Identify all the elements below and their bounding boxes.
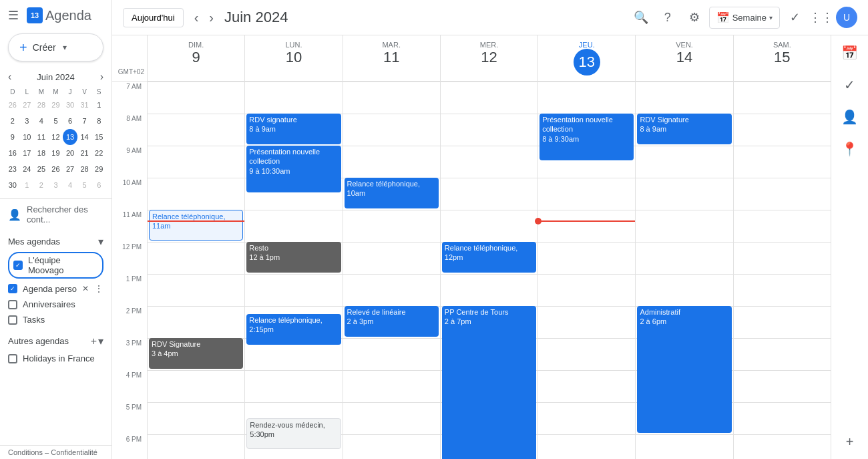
- mini-cal-day[interactable]: 2: [34, 177, 49, 193]
- search-icon[interactable]: 🔍: [629, 5, 653, 29]
- my-calendars-header[interactable]: Mes agendas ▾: [8, 235, 103, 248]
- day-header-14[interactable]: VEN.14: [635, 35, 732, 81]
- day-column-2[interactable]: Relance téléphonique, 10amRelevé de liné…: [343, 82, 440, 459]
- mini-cal-day[interactable]: 6: [63, 113, 77, 129]
- search-contacts[interactable]: 👤 Rechercher des cont...: [0, 198, 112, 230]
- mini-cal-prev[interactable]: ‹: [5, 69, 14, 84]
- mini-cal-day[interactable]: 15: [91, 129, 106, 145]
- help-icon[interactable]: ?: [656, 5, 680, 29]
- apps-icon[interactable]: ⋮⋮: [809, 5, 833, 29]
- calendar-event[interactable]: Relance téléphonique, 10am: [345, 178, 439, 208]
- right-add-icon[interactable]: +: [838, 430, 862, 454]
- calendar-event[interactable]: RDV Signature 8 à 9am: [637, 114, 731, 144]
- mini-cal-day[interactable]: 5: [49, 113, 63, 129]
- mini-cal-day[interactable]: 29: [49, 97, 63, 113]
- mini-cal-day[interactable]: 27: [20, 97, 35, 113]
- mini-cal-day[interactable]: 1: [91, 97, 106, 113]
- mini-cal-day[interactable]: 20: [63, 145, 77, 161]
- settings-icon[interactable]: ⚙: [682, 5, 706, 29]
- mini-cal-day[interactable]: 3: [49, 177, 63, 193]
- tasks-view-icon[interactable]: ✓: [783, 5, 807, 29]
- day-column-1[interactable]: RDV signature 8 à 9amPrésentation nouvel…: [244, 82, 342, 459]
- day-column-4[interactable]: Présentation nouvelle collection 8 à 9:3…: [537, 82, 635, 459]
- mini-cal-next[interactable]: ›: [97, 69, 106, 84]
- day-header-13[interactable]: JEU.13: [537, 35, 635, 81]
- right-map-icon[interactable]: 📍: [838, 137, 862, 161]
- calendar-event[interactable]: RDV Signature 3 à 4pm: [149, 338, 243, 369]
- mini-cal-day[interactable]: 17: [20, 145, 35, 161]
- mini-cal-day[interactable]: 4: [34, 113, 49, 129]
- day-header-9[interactable]: DIM.9: [147, 35, 244, 81]
- right-calendar-icon[interactable]: 📅: [838, 41, 862, 65]
- mini-cal-day[interactable]: 14: [77, 129, 92, 145]
- add-calendar-icon[interactable]: +: [91, 335, 97, 347]
- view-selector[interactable]: 📅 Semaine ▾: [709, 7, 780, 29]
- calendar-event[interactable]: Administratif 2 à 6pm: [637, 306, 731, 433]
- cal-item-anniversaires[interactable]: Anniversaires: [8, 297, 103, 311]
- mini-cal-day[interactable]: 22: [91, 145, 106, 161]
- mini-cal-day[interactable]: 25: [34, 161, 49, 177]
- nav-next-button[interactable]: ›: [204, 7, 219, 28]
- calendar-event[interactable]: Relance téléphonique, 11am: [149, 210, 243, 241]
- mini-cal-day[interactable]: 16: [5, 145, 20, 161]
- mini-cal-day[interactable]: 3: [20, 113, 35, 129]
- day-header-11[interactable]: MAR.11: [343, 35, 440, 81]
- calendar-event[interactable]: Rendez-vous médecin, 5:30pm: [246, 418, 341, 449]
- day-header-10[interactable]: LUN.10: [244, 35, 342, 81]
- mini-cal-day[interactable]: 18: [34, 145, 49, 161]
- calendar-event[interactable]: Présentation nouvelle collection 8 à 9:3…: [539, 114, 634, 160]
- day-column-6[interactable]: [733, 82, 831, 459]
- today-button[interactable]: Aujourd'hui: [123, 8, 184, 27]
- calendar-event[interactable]: Relance téléphonique, 12pm: [442, 242, 536, 273]
- cal-item-tasks[interactable]: Tasks: [8, 313, 103, 327]
- mini-cal-day[interactable]: 9: [5, 129, 20, 145]
- calendar-event[interactable]: PP Centre de Tours 2 à 7pm: [442, 306, 536, 459]
- mini-cal-day[interactable]: 30: [5, 177, 20, 193]
- mini-cal-day[interactable]: 29: [91, 161, 106, 177]
- calendar-event[interactable]: Resto 12 à 1pm: [246, 242, 341, 273]
- mini-cal-day[interactable]: 11: [34, 129, 49, 145]
- mini-cal-day[interactable]: 13: [63, 129, 77, 145]
- calendar-event[interactable]: Présentation nouvelle collection 9 à 10:…: [246, 146, 341, 192]
- mini-cal-day[interactable]: 10: [20, 129, 35, 145]
- mini-cal-day[interactable]: 8: [91, 113, 106, 129]
- mini-cal-day[interactable]: 31: [77, 97, 92, 113]
- mini-cal-day[interactable]: 12: [49, 129, 63, 145]
- day-header-12[interactable]: MER.12: [440, 35, 537, 81]
- mini-cal-day[interactable]: 4: [63, 177, 77, 193]
- cal-item-leequipe[interactable]: ✓ L'équipe Moovago: [8, 252, 103, 279]
- mini-cal-day[interactable]: 21: [77, 145, 92, 161]
- mini-cal-day[interactable]: 24: [20, 161, 35, 177]
- footer-conditions[interactable]: Conditions: [8, 448, 43, 456]
- mini-cal-day[interactable]: 28: [77, 161, 92, 177]
- nav-prev-button[interactable]: ‹: [189, 7, 204, 28]
- calendar-event[interactable]: Relance téléphonique, 2:15pm: [246, 314, 341, 345]
- mini-cal-day[interactable]: 19: [49, 145, 63, 161]
- hamburger-icon[interactable]: ☰: [5, 5, 21, 25]
- mini-cal-day[interactable]: 26: [49, 161, 63, 177]
- day-column-5[interactable]: RDV Signature 8 à 9amAdministratif 2 à 6…: [635, 82, 732, 459]
- mini-cal-day[interactable]: 1: [20, 177, 35, 193]
- mini-cal-day[interactable]: 5: [77, 177, 92, 193]
- calendar-event[interactable]: RDV signature 8 à 9am: [246, 114, 341, 144]
- right-tasks-icon[interactable]: ✓: [838, 73, 862, 97]
- cal-item-perso[interactable]: ✓ Agenda perso ✕ ⋮: [8, 281, 103, 296]
- footer-confidentialite[interactable]: Confidentialité: [51, 448, 97, 456]
- mini-cal-day[interactable]: 6: [91, 177, 106, 193]
- right-contacts-icon[interactable]: 👤: [838, 105, 862, 129]
- mini-cal-day[interactable]: 23: [5, 161, 20, 177]
- calendar-event[interactable]: Relevé de linéaire 2 à 3pm: [345, 306, 439, 337]
- cal-item-holidays[interactable]: Holidays in France: [8, 351, 103, 365]
- mini-cal-day[interactable]: 28: [34, 97, 49, 113]
- mini-cal-day[interactable]: 30: [63, 97, 77, 113]
- day-column-3[interactable]: Relance téléphonique, 12pmPP Centre de T…: [440, 82, 537, 459]
- perso-close-icon[interactable]: ✕: [82, 284, 89, 293]
- mini-cal-day[interactable]: 2: [5, 113, 20, 129]
- other-calendars-header[interactable]: Autres agendas + ▾: [8, 335, 103, 347]
- day-column-0[interactable]: Relance téléphonique, 11amRDV Signature …: [147, 82, 244, 459]
- avatar[interactable]: U: [836, 7, 857, 28]
- mini-cal-day[interactable]: 27: [63, 161, 77, 177]
- perso-menu-icon[interactable]: ⋮: [94, 283, 103, 294]
- day-header-15[interactable]: SAM.15: [733, 35, 831, 81]
- mini-cal-day[interactable]: 26: [5, 97, 20, 113]
